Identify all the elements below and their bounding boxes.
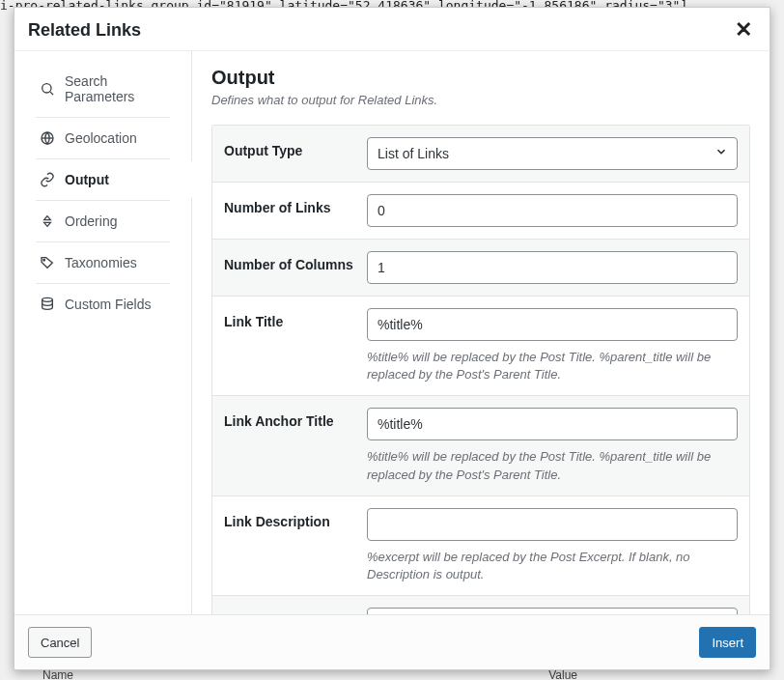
select-output-type[interactable]: List of Links: [367, 137, 738, 170]
sidebar-item-output[interactable]: Output: [24, 161, 182, 198]
help-link-description: %excerpt will be replaced by the Post Ex…: [367, 549, 738, 583]
select-show-feat-image[interactable]: No: [367, 608, 738, 614]
tag-icon: [40, 255, 55, 270]
content-panel: Output Defines what to output for Relate…: [192, 51, 770, 614]
modal: Related Links ✕ Search Parameters Geoloc…: [14, 7, 770, 670]
sidebar-item-label: Ordering: [65, 213, 117, 229]
help-link-title: %title% will be replaced by the Post Tit…: [367, 349, 738, 383]
sidebar-item-geolocation[interactable]: Geolocation: [24, 120, 182, 156]
globe-icon: [40, 130, 55, 146]
svg-point-4: [43, 260, 45, 262]
label-link-description: Link Description: [224, 508, 367, 583]
section-description: Defines what to output for Related Links…: [211, 93, 750, 107]
search-icon: [40, 81, 55, 97]
sidebar-item-ordering[interactable]: Ordering: [24, 203, 182, 240]
cancel-button[interactable]: Cancel: [28, 627, 92, 658]
sidebar-item-label: Output: [65, 172, 109, 187]
sidebar-item-search-parameters[interactable]: Search Parameters: [24, 63, 182, 115]
sidebar-item-label: Custom Fields: [65, 297, 151, 312]
input-number-of-columns[interactable]: [367, 251, 738, 284]
label-link-anchor-title: Link Anchor Title: [224, 408, 367, 483]
field-show-feat-image: Show Feat. Image? No Displays the Featur…: [212, 596, 749, 614]
close-icon[interactable]: ✕: [731, 19, 756, 41]
sidebar-item-label: Taxonomies: [65, 255, 137, 270]
field-link-anchor-title: Link Anchor Title %title% will be replac…: [212, 396, 749, 496]
insert-button[interactable]: Insert: [699, 627, 756, 658]
modal-footer: Cancel Insert: [14, 614, 770, 669]
field-number-of-columns: Number of Columns: [212, 240, 749, 297]
section-title: Output: [211, 67, 750, 89]
svg-point-0: [42, 84, 51, 93]
help-link-anchor-title: %title% will be replaced by the Post Tit…: [367, 448, 738, 483]
link-icon: [40, 172, 55, 187]
label-output-type: Output Type: [224, 137, 367, 170]
sidebar: Search Parameters Geolocation Output: [14, 51, 192, 614]
sidebar-item-taxonomies[interactable]: Taxonomies: [24, 244, 182, 281]
svg-point-5: [42, 298, 53, 301]
sidebar-item-custom-fields[interactable]: Custom Fields: [24, 286, 182, 323]
input-link-description[interactable]: [367, 508, 738, 541]
field-link-title: Link Title %title% will be replaced by t…: [212, 297, 749, 396]
label-number-of-columns: Number of Columns: [224, 251, 367, 284]
modal-title: Related Links: [28, 20, 141, 41]
svg-line-1: [50, 92, 53, 95]
input-number-of-links[interactable]: [367, 194, 738, 227]
label-link-title: Link Title: [224, 308, 367, 383]
label-show-feat-image: Show Feat. Image?: [224, 608, 367, 614]
field-number-of-links: Number of Links: [212, 183, 749, 240]
input-link-title[interactable]: [367, 308, 738, 341]
sidebar-item-label: Search Parameters: [65, 73, 166, 104]
label-number-of-links: Number of Links: [224, 194, 367, 227]
sort-icon: [40, 213, 55, 229]
sidebar-item-label: Geolocation: [65, 130, 137, 146]
database-icon: [40, 297, 55, 312]
field-link-description: Link Description %excerpt will be replac…: [212, 496, 749, 596]
modal-header: Related Links ✕: [14, 8, 770, 51]
field-output-type: Output Type List of Links: [212, 126, 749, 183]
input-link-anchor-title[interactable]: [367, 408, 738, 440]
